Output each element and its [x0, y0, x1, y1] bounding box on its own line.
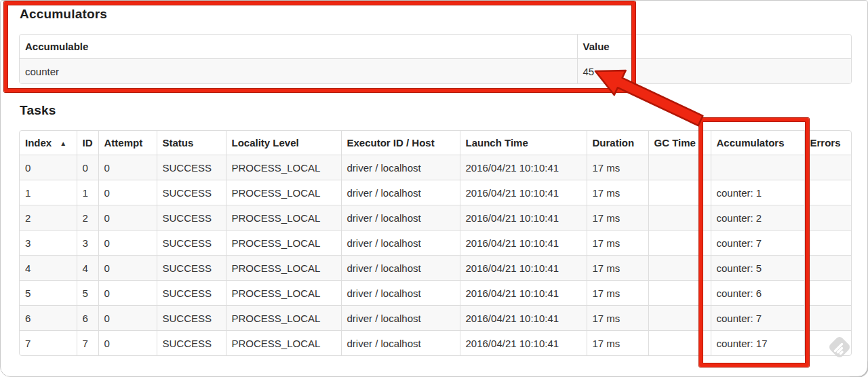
table-row: 550SUCCESSPROCESS_LOCALdriver / localhos…: [20, 281, 851, 306]
cell-index: 1: [20, 180, 77, 205]
cell-errors: [804, 231, 851, 256]
tasks-section-title: Tasks: [20, 103, 56, 118]
cell-duration: 17 ms: [587, 231, 648, 256]
cell-gc-time: [648, 331, 711, 356]
cell-gc-time: [648, 231, 711, 256]
cell-duration: 17 ms: [587, 155, 648, 180]
cell-locality-level: PROCESS_LOCAL: [226, 256, 341, 281]
cell-executor-id-host: driver / localhost: [341, 231, 460, 256]
cell-gc-time: [648, 306, 711, 331]
column-header-attempt[interactable]: Attempt: [98, 131, 157, 155]
cell-launch-time: 2016/04/21 10:10:41: [460, 306, 587, 331]
cell-index: 0: [20, 155, 77, 180]
column-header-executor-id-host[interactable]: Executor ID / Host: [341, 131, 460, 155]
feedly-watermark-icon: [826, 334, 853, 361]
cell-executor-id-host: driver / localhost: [341, 180, 460, 205]
cell-gc-time: [648, 205, 711, 231]
accumulators-section-title: Accumulators: [20, 7, 107, 22]
cell-accumulators: counter: 2: [711, 205, 804, 231]
cell-attempt: 0: [98, 256, 157, 281]
cell-launch-time: 2016/04/21 10:10:41: [460, 231, 587, 256]
accumulable-table: AccumulableValuecounter45: [19, 34, 852, 84]
cell-attempt: 0: [98, 205, 157, 231]
cell-id: 7: [77, 331, 98, 356]
cell-duration: 17 ms: [587, 205, 648, 231]
table-header-row: Index▲IDAttemptStatusLocality LevelExecu…: [20, 131, 851, 155]
column-header-id[interactable]: ID: [77, 131, 98, 155]
cell-id: 3: [77, 231, 98, 256]
column-header-index[interactable]: Index▲: [20, 131, 77, 155]
cell-status: SUCCESS: [157, 281, 226, 306]
cell-locality-level: PROCESS_LOCAL: [226, 205, 341, 231]
column-header-status[interactable]: Status: [157, 131, 226, 155]
cell-locality-level: PROCESS_LOCAL: [226, 155, 341, 180]
cell-accumulators: counter: 7: [711, 306, 804, 331]
column-header-accumulators[interactable]: Accumulators: [711, 131, 804, 155]
table-header-row: AccumulableValue: [20, 35, 851, 59]
cell-launch-time: 2016/04/21 10:10:41: [460, 256, 587, 281]
cell-value: 45: [577, 59, 851, 84]
cell-index: 2: [20, 205, 77, 231]
column-header-launch-time[interactable]: Launch Time: [460, 131, 587, 155]
cell-errors: [804, 306, 851, 331]
cell-duration: 17 ms: [587, 281, 648, 306]
cell-accumulable: counter: [20, 59, 577, 84]
cell-attempt: 0: [98, 306, 157, 331]
cell-status: SUCCESS: [157, 256, 226, 281]
cell-locality-level: PROCESS_LOCAL: [226, 306, 341, 331]
table-row: 330SUCCESSPROCESS_LOCALdriver / localhos…: [20, 231, 851, 256]
cell-errors: [804, 180, 851, 205]
cell-locality-level: PROCESS_LOCAL: [226, 180, 341, 205]
column-header-duration[interactable]: Duration: [587, 131, 648, 155]
cell-executor-id-host: driver / localhost: [341, 256, 460, 281]
cell-attempt: 0: [98, 155, 157, 180]
cell-duration: 17 ms: [587, 180, 648, 205]
cell-launch-time: 2016/04/21 10:10:41: [460, 155, 587, 180]
spark-ui-stage-page: Accumulators AccumulableValuecounter45 T…: [0, 0, 868, 377]
cell-accumulators: counter: 7: [711, 231, 804, 256]
cell-status: SUCCESS: [157, 306, 226, 331]
column-header-value: Value: [577, 35, 851, 59]
cell-id: 4: [77, 256, 98, 281]
cell-id: 1: [77, 180, 98, 205]
cell-id: 2: [77, 205, 98, 231]
cell-status: SUCCESS: [157, 331, 226, 356]
cell-index: 6: [20, 306, 77, 331]
cell-status: SUCCESS: [157, 205, 226, 231]
cell-executor-id-host: driver / localhost: [341, 331, 460, 356]
cell-launch-time: 2016/04/21 10:10:41: [460, 281, 587, 306]
cell-attempt: 0: [98, 331, 157, 356]
column-header-locality-level[interactable]: Locality Level: [226, 131, 341, 155]
cell-executor-id-host: driver / localhost: [341, 155, 460, 180]
table-row: 000SUCCESSPROCESS_LOCALdriver / localhos…: [20, 155, 851, 180]
column-header-gc-time[interactable]: GC Time: [648, 131, 711, 155]
column-header-errors[interactable]: Errors: [804, 131, 851, 155]
cell-errors: [804, 155, 851, 180]
cell-gc-time: [648, 155, 711, 180]
page-corner-decoration: [850, 361, 868, 377]
cell-duration: 17 ms: [587, 331, 648, 356]
sort-ascending-icon: ▲: [60, 140, 66, 147]
table-row: 110SUCCESSPROCESS_LOCALdriver / localhos…: [20, 180, 851, 205]
cell-id: 6: [77, 306, 98, 331]
cell-launch-time: 2016/04/21 10:10:41: [460, 180, 587, 205]
cell-accumulators: counter: 6: [711, 281, 804, 306]
cell-duration: 17 ms: [587, 306, 648, 331]
cell-gc-time: [648, 281, 711, 306]
cell-launch-time: 2016/04/21 10:10:41: [460, 205, 587, 231]
cell-status: SUCCESS: [157, 180, 226, 205]
column-header-accumulable: Accumulable: [20, 35, 577, 59]
cell-attempt: 0: [98, 180, 157, 205]
cell-errors: [804, 281, 851, 306]
cell-attempt: 0: [98, 281, 157, 306]
cell-status: SUCCESS: [157, 155, 226, 180]
table-row: 440SUCCESSPROCESS_LOCALdriver / localhos…: [20, 256, 851, 281]
cell-id: 0: [77, 155, 98, 180]
cell-accumulators: counter: 17: [711, 331, 804, 356]
tasks-table: Index▲IDAttemptStatusLocality LevelExecu…: [19, 130, 852, 356]
cell-index: 3: [20, 231, 77, 256]
table-row: 660SUCCESSPROCESS_LOCALdriver / localhos…: [20, 306, 851, 331]
cell-errors: [804, 256, 851, 281]
cell-index: 4: [20, 256, 77, 281]
cell-accumulators: [711, 155, 804, 180]
